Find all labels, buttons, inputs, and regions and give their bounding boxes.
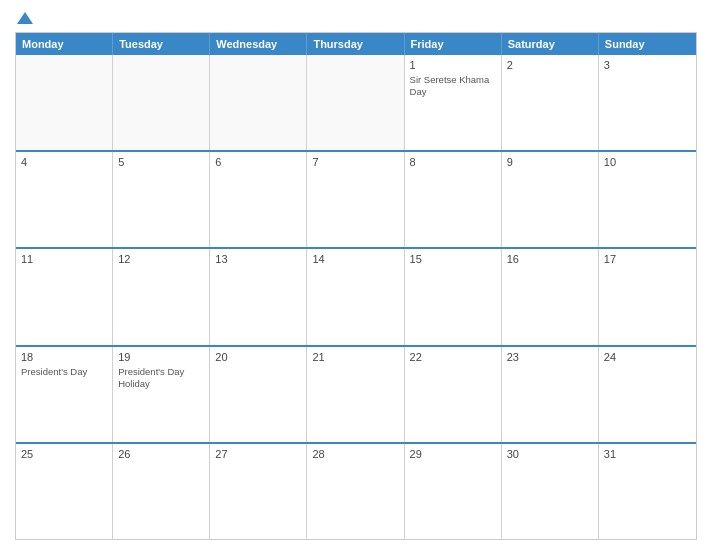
day-number: 4	[21, 156, 107, 168]
weeks-container: 1Sir Seretse Khama Day234567891011121314…	[16, 55, 696, 539]
day-cell: 11	[16, 249, 113, 344]
day-cell: 17	[599, 249, 696, 344]
day-number: 22	[410, 351, 496, 363]
day-number: 5	[118, 156, 204, 168]
day-number: 8	[410, 156, 496, 168]
week-row-3: 11121314151617	[16, 247, 696, 344]
day-cell: 7	[307, 152, 404, 247]
header	[15, 10, 697, 26]
svg-marker-0	[17, 12, 33, 24]
day-number: 6	[215, 156, 301, 168]
day-cell: 19President's Day Holiday	[113, 347, 210, 442]
week-row-1: 1Sir Seretse Khama Day23	[16, 55, 696, 150]
holiday-name: President's Day Holiday	[118, 366, 184, 389]
day-cell: 25	[16, 444, 113, 539]
day-number: 3	[604, 59, 691, 71]
day-cell	[113, 55, 210, 150]
day-cell: 30	[502, 444, 599, 539]
holiday-name: Sir Seretse Khama Day	[410, 74, 490, 97]
day-number: 24	[604, 351, 691, 363]
day-number: 29	[410, 448, 496, 460]
day-cell: 12	[113, 249, 210, 344]
day-header-tuesday: Tuesday	[113, 33, 210, 55]
day-cell: 6	[210, 152, 307, 247]
day-cell: 9	[502, 152, 599, 247]
day-header-wednesday: Wednesday	[210, 33, 307, 55]
day-cell: 31	[599, 444, 696, 539]
day-number: 18	[21, 351, 107, 363]
day-number: 31	[604, 448, 691, 460]
day-number: 26	[118, 448, 204, 460]
day-number: 21	[312, 351, 398, 363]
day-cell: 26	[113, 444, 210, 539]
day-cell: 4	[16, 152, 113, 247]
week-row-5: 25262728293031	[16, 442, 696, 539]
day-number: 15	[410, 253, 496, 265]
day-header-monday: Monday	[16, 33, 113, 55]
day-number: 17	[604, 253, 691, 265]
day-cell	[16, 55, 113, 150]
day-number: 2	[507, 59, 593, 71]
day-cell: 29	[405, 444, 502, 539]
day-cell: 23	[502, 347, 599, 442]
day-cell: 22	[405, 347, 502, 442]
day-cell: 24	[599, 347, 696, 442]
day-number: 12	[118, 253, 204, 265]
day-number: 16	[507, 253, 593, 265]
day-cell: 10	[599, 152, 696, 247]
day-header-sunday: Sunday	[599, 33, 696, 55]
day-cell: 2	[502, 55, 599, 150]
logo-triangle-icon	[17, 10, 33, 26]
day-cell: 16	[502, 249, 599, 344]
day-number: 19	[118, 351, 204, 363]
day-cell: 15	[405, 249, 502, 344]
day-cell	[210, 55, 307, 150]
day-cell: 21	[307, 347, 404, 442]
day-cell: 8	[405, 152, 502, 247]
day-headers-row: MondayTuesdayWednesdayThursdayFridaySatu…	[16, 33, 696, 55]
day-cell: 3	[599, 55, 696, 150]
day-number: 9	[507, 156, 593, 168]
holiday-name: President's Day	[21, 366, 87, 377]
day-number: 1	[410, 59, 496, 71]
day-header-saturday: Saturday	[502, 33, 599, 55]
day-number: 20	[215, 351, 301, 363]
day-number: 30	[507, 448, 593, 460]
week-row-2: 45678910	[16, 150, 696, 247]
day-cell: 5	[113, 152, 210, 247]
day-cell: 14	[307, 249, 404, 344]
day-number: 11	[21, 253, 107, 265]
day-cell: 13	[210, 249, 307, 344]
day-header-thursday: Thursday	[307, 33, 404, 55]
day-cell: 27	[210, 444, 307, 539]
day-number: 10	[604, 156, 691, 168]
day-number: 14	[312, 253, 398, 265]
day-cell: 28	[307, 444, 404, 539]
day-number: 7	[312, 156, 398, 168]
day-cell	[307, 55, 404, 150]
page: MondayTuesdayWednesdayThursdayFridaySatu…	[0, 0, 712, 550]
day-number: 13	[215, 253, 301, 265]
day-number: 28	[312, 448, 398, 460]
day-number: 25	[21, 448, 107, 460]
day-cell: 20	[210, 347, 307, 442]
day-cell: 18President's Day	[16, 347, 113, 442]
day-number: 27	[215, 448, 301, 460]
day-number: 23	[507, 351, 593, 363]
day-header-friday: Friday	[405, 33, 502, 55]
week-row-4: 18President's Day19President's Day Holid…	[16, 345, 696, 442]
day-cell: 1Sir Seretse Khama Day	[405, 55, 502, 150]
logo	[15, 10, 33, 26]
calendar: MondayTuesdayWednesdayThursdayFridaySatu…	[15, 32, 697, 540]
